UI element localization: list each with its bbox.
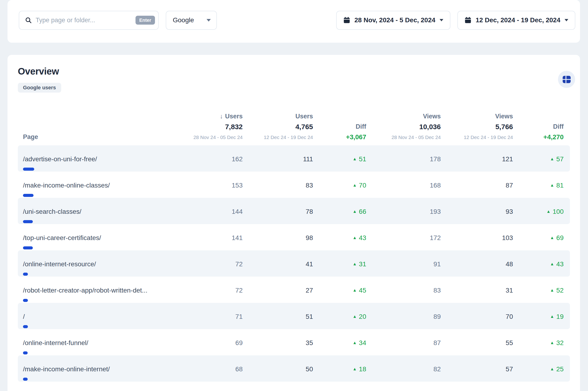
page-path[interactable]: /robot-letter-creator-app/robot-written-…	[23, 287, 147, 294]
views-period2-value: 31	[441, 285, 513, 294]
users-period2-value: 111	[243, 154, 313, 163]
table-row[interactable]: /online-internet-funnel/ 69 35 ▲34 87 55…	[18, 329, 570, 355]
up-triangle-icon: ▲	[353, 157, 357, 161]
table-row[interactable]: /make-income-online-classes/ 153 83 ▲70 …	[18, 172, 570, 198]
page-path[interactable]: /make-income-online-internet/	[23, 366, 110, 373]
chevron-down-icon	[206, 19, 211, 21]
users-period2-value: 35	[243, 338, 313, 347]
calendar-icon	[465, 16, 472, 24]
up-triangle-icon: ▲	[550, 341, 554, 345]
views-period1-value: 91	[366, 259, 441, 268]
users-diff-total: +3,067	[313, 134, 366, 141]
users-diff-value: 31	[359, 260, 366, 268]
views-period2-range: 12 Dec 24 - 19 Dec 24	[441, 134, 513, 141]
page-path[interactable]: /advertise-on-uni-for-free/	[23, 155, 97, 163]
column-header-views-diff[interactable]: Diff +4,270	[513, 123, 564, 141]
up-triangle-icon: ▲	[546, 209, 551, 213]
views-diff-value: 52	[556, 287, 564, 294]
views-diff-value: 69	[556, 234, 564, 242]
source-select[interactable]: Google	[166, 11, 217, 30]
table-row[interactable]: /uni-search-classes/ 144 78 ▲66 193 93 ▲…	[18, 198, 570, 224]
search-icon	[25, 17, 32, 24]
views-period1-range: 28 Nov 24 - 05 Dec 24	[366, 134, 441, 141]
column-header-views-period2[interactable]: Views 5,766 12 Dec 24 - 19 Dec 24	[441, 112, 513, 141]
views-period2-value: 103	[441, 233, 513, 242]
table-row[interactable]: /online-internet-resource/ 72 41 ▲31 91 …	[18, 250, 570, 277]
table-row[interactable]: /top-uni-career-certificates/ 141 98 ▲43…	[18, 224, 570, 250]
date-range-primary-button[interactable]: 28 Nov, 2024 - 5 Dec, 2024	[336, 11, 450, 30]
table-body: /advertise-on-uni-for-free/ 162 111 ▲51 …	[18, 145, 570, 382]
users-period1-value: 72	[163, 285, 243, 294]
page-path[interactable]: /top-uni-career-certificates/	[23, 234, 101, 241]
up-triangle-icon: ▲	[353, 183, 357, 187]
views-period1-value: 193	[366, 206, 441, 215]
views-diff-value: 43	[556, 260, 564, 268]
views-diff-value: 100	[553, 208, 564, 215]
page-path[interactable]: /online-internet-funnel/	[23, 339, 88, 346]
users-period2-value: 83	[243, 180, 313, 189]
users-diff-cell: ▲70	[313, 180, 366, 189]
views-diff-cell: ▲57	[513, 154, 564, 163]
views-diff-cell: ▲69	[513, 233, 564, 242]
date-range-comparison-button[interactable]: 12 Dec, 2024 - 19 Dec, 2024	[457, 11, 575, 30]
views-diff-value: 32	[556, 339, 564, 347]
views-period2-value: 121	[441, 154, 513, 163]
views-period2-value: 87	[441, 180, 513, 189]
views-diff-cell: ▲81	[513, 180, 564, 189]
users-period2-value: 27	[243, 285, 313, 294]
search-box[interactable]: Enter	[19, 11, 159, 30]
column-header-users-period2[interactable]: Users 4,765 12 Dec 24 - 19 Dec 24	[243, 112, 313, 141]
chevron-down-icon	[565, 19, 568, 21]
google-users-filter-badge[interactable]: Google users	[18, 83, 61, 93]
users-period2-range: 12 Dec 24 - 19 Dec 24	[243, 134, 313, 141]
page-path[interactable]: /	[23, 313, 25, 320]
page-path[interactable]: /online-internet-resource/	[23, 260, 96, 268]
up-triangle-icon: ▲	[550, 183, 554, 187]
table-view-button[interactable]	[558, 71, 575, 88]
up-triangle-icon: ▲	[353, 288, 357, 292]
views-period2-value: 55	[441, 338, 513, 347]
table-row[interactable]: /robot-letter-creator-app/robot-written-…	[18, 277, 570, 303]
table-row[interactable]: / 71 51 ▲20 89 70 ▲19	[18, 303, 570, 329]
column-header-views-period1[interactable]: Views 10,036 28 Nov 24 - 05 Dec 24	[366, 112, 441, 141]
column-header-page[interactable]: Page	[23, 133, 163, 141]
views-diff-cell: ▲43	[513, 259, 564, 268]
views-period1-value: 83	[366, 285, 441, 294]
calendar-icon	[343, 16, 350, 24]
views-period2-value: 70	[441, 311, 513, 320]
page-path[interactable]: /make-income-online-classes/	[23, 182, 110, 189]
views-period1-value: 82	[366, 364, 441, 373]
users-diff-cell: ▲34	[313, 338, 366, 347]
views-period1-value: 168	[366, 180, 441, 189]
up-triangle-icon: ▲	[550, 262, 554, 266]
views-diff-value: 81	[556, 182, 564, 189]
users-diff-cell: ▲66	[313, 206, 366, 215]
date-range-comparison-label: 12 Dec, 2024 - 19 Dec, 2024	[476, 16, 560, 24]
enter-key-hint: Enter	[135, 16, 155, 25]
up-triangle-icon: ▲	[353, 367, 357, 371]
page-path[interactable]: /uni-search-classes/	[23, 208, 81, 215]
up-triangle-icon: ▲	[353, 236, 357, 240]
table-row[interactable]: /advertise-on-uni-for-free/ 162 111 ▲51 …	[18, 145, 570, 172]
table-row[interactable]: /make-income-online-internet/ 68 50 ▲18 …	[18, 355, 570, 382]
date-range-primary-label: 28 Nov, 2024 - 5 Dec, 2024	[355, 16, 435, 24]
up-triangle-icon: ▲	[353, 314, 357, 319]
search-input[interactable]	[36, 17, 132, 24]
views-period1-value: 178	[366, 154, 441, 163]
overview-card: Overview Google users Page ↓Users 7,832 …	[7, 55, 580, 391]
users-period2-value: 41	[243, 259, 313, 268]
users-diff-cell: ▲18	[313, 364, 366, 373]
users-period2-value: 50	[243, 364, 313, 373]
users-diff-value: 34	[359, 339, 366, 347]
users-period1-value: 68	[163, 364, 243, 373]
column-header-users-diff[interactable]: Diff +3,067	[313, 123, 366, 141]
users-diff-cell: ▲51	[313, 154, 366, 163]
views-period1-total: 10,036	[366, 123, 441, 131]
views-diff-total: +4,270	[513, 134, 564, 141]
users-diff-cell: ▲45	[313, 285, 366, 294]
views-diff-cell: ▲100	[513, 206, 564, 215]
users-diff-cell: ▲43	[313, 233, 366, 242]
views-period2-value: 48	[441, 259, 513, 268]
column-header-users-period1[interactable]: ↓Users 7,832 28 Nov 24 - 05 Dec 24	[163, 112, 243, 141]
views-diff-cell: ▲52	[513, 285, 564, 294]
